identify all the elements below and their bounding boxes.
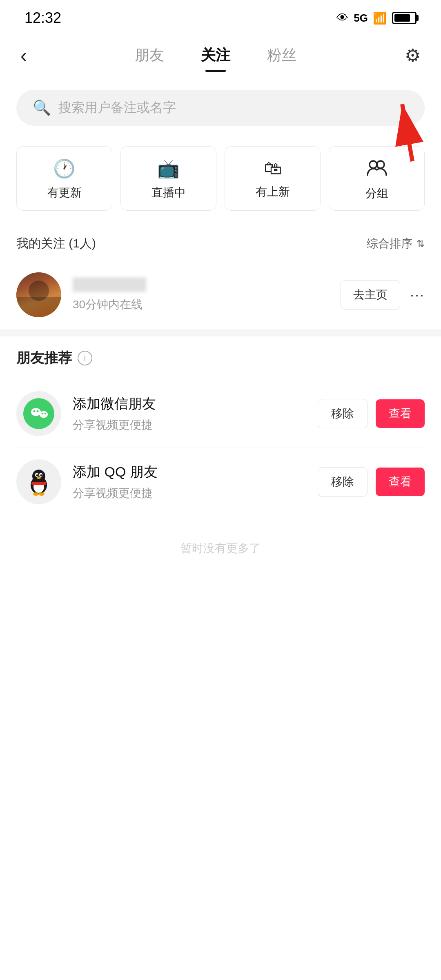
qq-friend-info: 添加 QQ 朋友 分享视频更便捷: [73, 463, 306, 501]
wechat-view-button[interactable]: 查看: [376, 399, 425, 428]
following-section-header: 我的关注 (1人) 综合排序 ⇅: [0, 227, 441, 260]
eye-icon: 👁: [336, 11, 349, 25]
signal-icon: 📶: [373, 11, 387, 25]
qq-avatar: [16, 459, 61, 504]
sort-label: 综合排序: [367, 236, 412, 252]
svg-point-6: [40, 411, 48, 418]
nav-tabs: 朋友 关注 粉丝: [133, 41, 298, 69]
battery-icon: [392, 12, 416, 24]
filter-new-items-label: 有上新: [256, 184, 290, 200]
filter-updates-label: 有更新: [47, 185, 82, 200]
tab-fans[interactable]: 粉丝: [265, 41, 298, 69]
svg-point-19: [37, 477, 41, 479]
wechat-friend-desc: 分享视频更便捷: [73, 417, 306, 433]
user-name-blurred: [73, 277, 146, 292]
user-avatar[interactable]: [16, 272, 61, 317]
svg-point-8: [37, 410, 39, 412]
group-icon: [367, 158, 387, 180]
search-bar[interactable]: 🔍 搜索用户备注或名字: [16, 90, 425, 126]
user-info: 30分钟内在线: [73, 277, 329, 312]
tv-icon: 📺: [157, 158, 180, 179]
svg-point-18: [40, 474, 42, 477]
wechat-friend-name: 添加微信朋友: [73, 394, 306, 413]
following-user-card: 30分钟内在线 去主页 ···: [0, 260, 441, 330]
status-time: 12:32: [24, 9, 61, 27]
qq-friend-desc: 分享视频更便捷: [73, 486, 306, 501]
qq-friend-name: 添加 QQ 朋友: [73, 463, 306, 481]
end-of-list-text: 暂时没有更多了: [0, 516, 441, 581]
section-divider: [0, 330, 441, 336]
filter-live-label: 直播中: [151, 185, 186, 200]
following-count-title: 我的关注 (1人): [16, 235, 96, 252]
svg-rect-20: [31, 482, 46, 485]
back-button[interactable]: ‹: [20, 44, 27, 67]
info-icon[interactable]: i: [78, 351, 92, 365]
friends-title: 朋友推荐 i: [16, 349, 425, 368]
wechat-friend-item: 添加微信朋友 分享视频更便捷 移除 查看: [16, 380, 425, 448]
qq-view-button[interactable]: 查看: [376, 468, 425, 496]
qq-friend-item: 添加 QQ 朋友 分享视频更便捷 移除 查看: [16, 448, 425, 516]
go-home-button[interactable]: 去主页: [341, 280, 400, 310]
friends-section: 朋友推荐 i 添加微信朋友 分享视频更便捷: [0, 336, 441, 516]
wechat-remove-button[interactable]: 移除: [318, 399, 368, 428]
qq-friend-actions: 移除 查看: [318, 467, 425, 497]
svg-point-5: [31, 408, 41, 416]
friends-title-text: 朋友推荐: [16, 349, 72, 368]
filter-groups[interactable]: 分组: [329, 146, 425, 211]
search-container: 🔍 搜索用户备注或名字: [0, 82, 441, 134]
svg-point-17: [36, 474, 38, 477]
filter-live[interactable]: 📺 直播中: [120, 146, 216, 211]
filter-grid: 🕐 有更新 📺 直播中 🛍 有上新 分组: [0, 134, 441, 223]
sort-button[interactable]: 综合排序 ⇅: [367, 236, 425, 252]
svg-point-21: [33, 492, 39, 496]
filter-new-items[interactable]: 🛍 有上新: [225, 146, 321, 211]
clock-icon: 🕐: [53, 158, 76, 179]
tab-friends[interactable]: 朋友: [133, 41, 166, 69]
more-options-button[interactable]: ···: [410, 286, 425, 303]
user-actions: 去主页 ···: [341, 280, 425, 310]
svg-point-9: [42, 413, 43, 414]
tab-following[interactable]: 关注: [199, 41, 232, 69]
svg-point-7: [33, 410, 36, 412]
search-icon: 🔍: [33, 99, 51, 116]
qq-remove-button[interactable]: 移除: [318, 467, 368, 497]
svg-point-3: [377, 161, 384, 168]
status-icons: 👁 5G 📶: [336, 11, 416, 25]
bag-icon: 🛍: [264, 158, 282, 178]
status-bar: 12:32 👁 5G 📶: [0, 0, 441, 33]
sort-icon: ⇅: [416, 238, 425, 249]
filter-updates[interactable]: 🕐 有更新: [16, 146, 112, 211]
filter-groups-label: 分组: [365, 186, 388, 201]
settings-button[interactable]: ⚙: [405, 45, 421, 66]
nav-bar: ‹ 朋友 关注 粉丝 ⚙: [0, 33, 441, 78]
wechat-avatar: [16, 391, 61, 436]
svg-point-22: [39, 492, 45, 496]
svg-point-2: [370, 161, 377, 168]
network-icon: 5G: [354, 12, 368, 24]
wechat-friend-actions: 移除 查看: [318, 399, 425, 428]
user-status: 30分钟内在线: [73, 298, 143, 311]
svg-point-14: [32, 470, 45, 483]
svg-point-10: [45, 413, 46, 414]
search-placeholder-text: 搜索用户备注或名字: [58, 99, 176, 117]
wechat-friend-info: 添加微信朋友 分享视频更便捷: [73, 394, 306, 433]
